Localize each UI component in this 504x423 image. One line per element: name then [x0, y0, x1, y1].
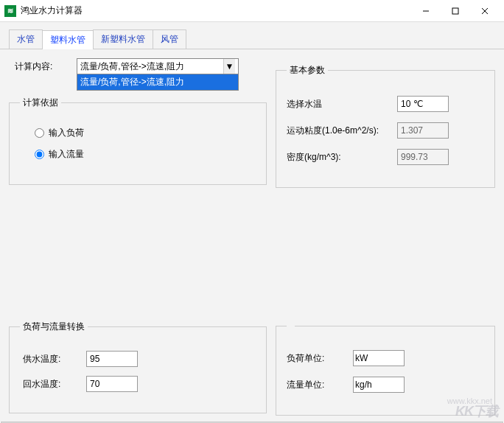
- viscosity-input: [397, 122, 449, 139]
- basic-params-group: 基本参数 选择水温 运动粘度(1.0e-6m^2/s): 密度(kg/m^3):: [276, 64, 495, 188]
- radio-input-load-label: 输入负荷: [49, 127, 84, 139]
- convert-group: 负荷与流量转换 供水温度: 回水温度:: [9, 321, 267, 413]
- supply-temp-label: 供水温度:: [20, 353, 86, 366]
- calc-content-dropdown: 流量/负荷,管径->流速,阻力: [77, 74, 239, 91]
- unit-group: . 负荷单位: 流量单位:: [276, 321, 495, 416]
- load-unit-label: 负荷单位:: [287, 352, 353, 365]
- density-label: 密度(kg/m^3):: [287, 151, 397, 164]
- calc-basis-legend: 计算依据: [20, 97, 61, 109]
- minimize-button[interactable]: [411, 1, 441, 21]
- tab-plastic-pipe[interactable]: 塑料水管: [42, 30, 94, 49]
- return-temp-label: 回水温度:: [20, 378, 86, 391]
- return-temp-input[interactable]: [86, 376, 138, 392]
- tab-bar: 水管 塑料水管 新塑料水管 风管: [0, 22, 504, 49]
- maximize-button[interactable]: [441, 1, 470, 21]
- calc-content-option[interactable]: 流量/负荷,管径->流速,阻力: [77, 74, 238, 90]
- tab-water-pipe[interactable]: 水管: [9, 29, 43, 49]
- tab-air-duct[interactable]: 风管: [153, 29, 186, 49]
- radio-input-flow-input[interactable]: [35, 150, 44, 159]
- viscosity-label: 运动粘度(1.0e-6m^2/s):: [287, 125, 397, 137]
- water-temp-label: 选择水温: [287, 98, 397, 111]
- close-button[interactable]: [470, 1, 500, 21]
- radio-input-load[interactable]: 输入负荷: [35, 127, 256, 139]
- calc-content-label: 计算内容:: [9, 60, 77, 73]
- radio-input-load-input[interactable]: [35, 128, 44, 138]
- radio-input-flow-label: 输入流量: [49, 148, 84, 161]
- calc-content-value: 流量/负荷,管径->流速,阻力: [80, 60, 184, 73]
- calc-basis-group: 计算依据 输入负荷 输入流量: [9, 97, 267, 185]
- app-icon: ≋: [4, 5, 16, 17]
- water-temp-input[interactable]: [397, 96, 449, 112]
- chevron-down-icon: ▼: [223, 59, 235, 74]
- titlebar: ≋ 鸿业水力计算器: [0, 0, 504, 22]
- flow-unit-select[interactable]: [353, 377, 405, 393]
- calc-content-combo[interactable]: 流量/负荷,管径->流速,阻力 ▼: [77, 58, 239, 74]
- window-title: 鸿业水力计算器: [21, 4, 411, 17]
- basic-params-legend: 基本参数: [287, 64, 328, 77]
- convert-legend: 负荷与流量转换: [20, 321, 88, 333]
- supply-temp-input[interactable]: [86, 351, 138, 367]
- density-input: [397, 149, 449, 165]
- svg-rect-1: [452, 8, 458, 14]
- load-unit-select[interactable]: [353, 350, 405, 366]
- radio-input-flow[interactable]: 输入流量: [35, 148, 256, 161]
- flow-unit-label: 流量单位:: [287, 379, 353, 391]
- tab-new-plastic-pipe[interactable]: 新塑料水管: [93, 29, 153, 49]
